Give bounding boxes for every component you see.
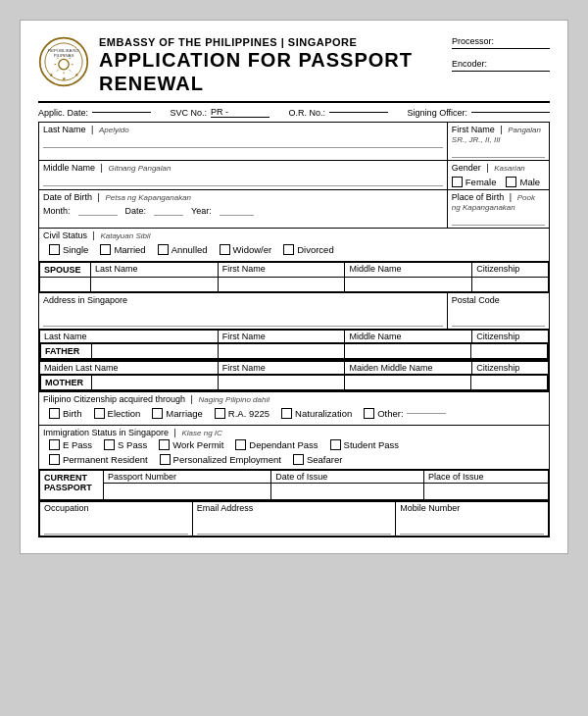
student-pass-checkbox[interactable]: [330, 439, 341, 450]
immigration-sublabel: Klase ng IC: [181, 429, 221, 437]
election-label: Election: [108, 408, 141, 419]
issue-date-input[interactable]: [271, 484, 424, 500]
main-form-table: Last Name | Apelyido First Name | Pangal…: [38, 122, 550, 537]
address-input[interactable]: [43, 315, 443, 327]
epass-checkbox[interactable]: [49, 439, 60, 450]
work-permit-label: Work Permit: [172, 439, 223, 450]
married-label: Married: [114, 244, 145, 255]
permanent-resident-checkbox[interactable]: [49, 454, 60, 465]
father-firstname-label: First Name: [218, 331, 345, 343]
father-lastname-label: Last Name: [40, 331, 219, 343]
email-input[interactable]: [197, 523, 392, 535]
birth-checkbox[interactable]: [49, 408, 60, 419]
signing-officer-value[interactable]: [471, 112, 550, 113]
annulled-option[interactable]: Annulled: [158, 244, 208, 255]
seafarer-checkbox[interactable]: [293, 454, 304, 465]
spouse-firstname-header: First Name: [218, 263, 345, 278]
postal-input[interactable]: [452, 315, 545, 327]
other-option[interactable]: Other:: [364, 408, 445, 419]
male-checkbox[interactable]: [506, 177, 516, 187]
father-citizenship-label: Citizenship: [472, 331, 549, 343]
mother-maiden-lastname-input[interactable]: [91, 376, 218, 390]
naturalization-option[interactable]: Naturalization: [281, 408, 352, 419]
svg-text:★: ★: [74, 72, 79, 77]
place-issue-input[interactable]: [423, 484, 548, 500]
middle-name-cell: Middle Name | Gitnang Pangalan: [39, 161, 448, 190]
immigration-label: Immigration Status in Singapore: [43, 428, 169, 437]
year-label: Year:: [191, 206, 212, 216]
father-firstname-input[interactable]: [218, 344, 344, 359]
mother-citizenship-input[interactable]: [471, 376, 548, 390]
ra9225-checkbox[interactable]: [215, 408, 225, 419]
spass-checkbox[interactable]: [104, 439, 115, 450]
applic-date-value[interactable]: [92, 112, 151, 113]
immigration-row2: Permanent Resident Personalized Employme…: [43, 452, 545, 467]
permanent-resident-option[interactable]: Permanent Resident: [49, 454, 148, 465]
occupation-input[interactable]: [44, 523, 188, 535]
last-name-input[interactable]: [43, 136, 443, 148]
female-checkbox[interactable]: [452, 177, 463, 187]
middle-name-input[interactable]: [43, 175, 443, 186]
election-option[interactable]: Election: [94, 408, 141, 419]
pob-cell: Place of Birth | Pook ng Kapanganakan: [447, 190, 549, 229]
divorced-option[interactable]: Divorced: [283, 244, 334, 255]
widower-checkbox[interactable]: [220, 244, 230, 255]
signing-officer-field: Signing Officer:: [408, 108, 550, 118]
married-checkbox[interactable]: [100, 244, 111, 255]
month-input[interactable]: [78, 206, 118, 216]
work-permit-checkbox[interactable]: [159, 439, 170, 450]
pob-input[interactable]: [452, 214, 545, 226]
citizenship-options: Birth Election Marriage R.A. 9225: [43, 404, 545, 423]
birth-option[interactable]: Birth: [49, 408, 82, 419]
epass-option[interactable]: E Pass: [49, 439, 92, 450]
other-input[interactable]: [407, 413, 446, 414]
personalized-employment-option[interactable]: Personalized Employment: [160, 454, 281, 465]
father-label: FATHER: [41, 344, 92, 359]
dependant-pass-checkbox[interactable]: [235, 439, 246, 450]
other-checkbox[interactable]: [364, 408, 374, 419]
first-name-input[interactable]: [452, 146, 545, 158]
father-citizenship-input[interactable]: [471, 344, 548, 359]
applic-date-field: Applic. Date:: [38, 108, 151, 118]
seafarer-option[interactable]: Seafarer: [293, 454, 342, 465]
civil-status-options: Single Married Annulled Widow/er: [43, 240, 545, 259]
mother-firstname-input[interactable]: [218, 376, 344, 390]
passport-no-input[interactable]: [104, 484, 271, 500]
spass-option[interactable]: S Pass: [104, 439, 147, 450]
year-input[interactable]: [220, 206, 254, 216]
naturalization-checkbox[interactable]: [281, 408, 292, 419]
married-option[interactable]: Married: [100, 244, 145, 255]
name-row: Last Name | Apelyido First Name | Pangal…: [39, 123, 550, 161]
svc-no-value[interactable]: PR -: [211, 107, 270, 118]
spouse-citizenship-input[interactable]: [472, 278, 549, 292]
father-middlename-label: Middle Name: [345, 331, 472, 343]
father-middlename-input[interactable]: [345, 344, 471, 359]
dependant-pass-option[interactable]: Dependant Pass: [235, 439, 318, 450]
gender-male-option[interactable]: Male: [506, 177, 540, 187]
gender-female-option[interactable]: Female: [452, 177, 497, 187]
dob-label: Date of Birth: [43, 192, 92, 202]
single-option[interactable]: Single: [49, 244, 88, 255]
personalized-employment-checkbox[interactable]: [160, 454, 171, 465]
widower-option[interactable]: Widow/er: [220, 244, 272, 255]
ra9225-option[interactable]: R.A. 9225: [215, 408, 270, 419]
civil-status-cell: Civil Status | Katayuan Sibil Single Mar…: [39, 229, 550, 262]
spouse-middlename-input[interactable]: [345, 278, 472, 292]
single-checkbox[interactable]: [49, 244, 60, 255]
app-title: APPLICATION FOR PASSPORT RENEWAL: [99, 48, 452, 95]
date-input[interactable]: [154, 206, 183, 216]
spouse-firstname-input[interactable]: [218, 278, 345, 292]
divorced-checkbox[interactable]: [283, 244, 294, 255]
or-no-value[interactable]: [329, 112, 388, 113]
election-checkbox[interactable]: [94, 408, 105, 419]
student-pass-option[interactable]: Student Pass: [330, 439, 400, 450]
mother-maiden-middlename-input[interactable]: [345, 376, 471, 390]
mobile-input[interactable]: [400, 523, 544, 535]
marriage-checkbox[interactable]: [152, 408, 163, 419]
work-permit-option[interactable]: Work Permit: [159, 439, 223, 450]
marriage-option[interactable]: Marriage: [152, 408, 203, 419]
annulled-checkbox[interactable]: [158, 244, 169, 255]
spouse-lastname-input[interactable]: [90, 278, 218, 292]
occupation-label: Occupation: [44, 503, 89, 513]
father-lastname-input[interactable]: [91, 344, 218, 359]
